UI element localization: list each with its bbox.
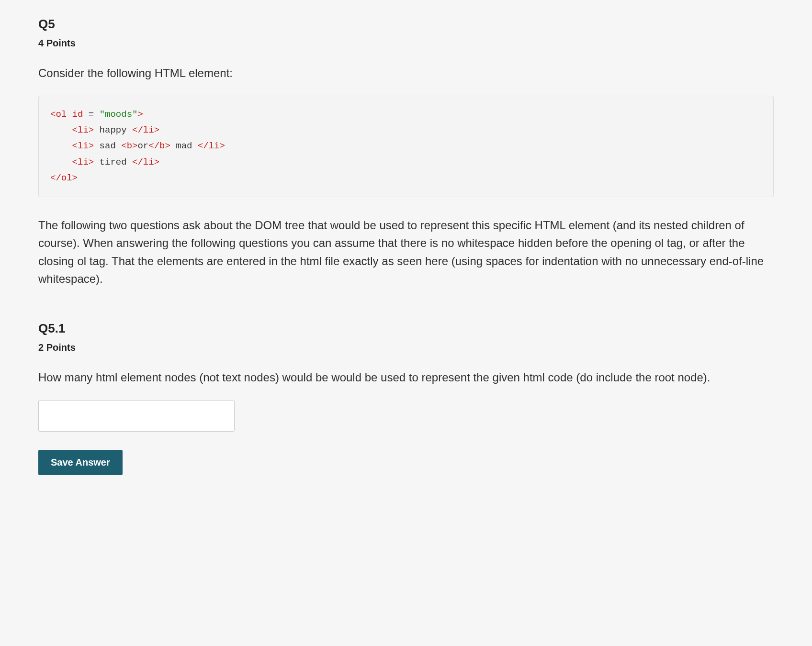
code-token: happy	[94, 125, 132, 135]
code-token: <li>	[72, 157, 94, 167]
subquestion-prompt: How many html element nodes (not text no…	[38, 368, 774, 387]
code-token: id	[67, 109, 83, 120]
code-token: </ol>	[50, 173, 78, 183]
question-header: Q5 4 Points	[38, 14, 774, 51]
code-token: tired	[94, 157, 132, 167]
subquestion-header: Q5.1 2 Points	[38, 319, 774, 355]
code-token: "moods"	[100, 109, 138, 120]
code-token: <b>	[121, 141, 137, 151]
code-token: sad	[94, 141, 121, 151]
question-number: Q5	[38, 14, 774, 34]
code-token: =	[83, 109, 99, 120]
code-token: <li>	[72, 125, 94, 135]
question-body: The following two questions ask about th…	[38, 216, 774, 288]
code-token	[50, 141, 72, 151]
code-token: </li>	[198, 141, 225, 151]
subquestion-number: Q5.1	[38, 319, 774, 339]
save-answer-button[interactable]: Save Answer	[38, 450, 123, 475]
code-block: <ol id = "moods"> <li> happy </li> <li> …	[38, 96, 774, 197]
code-token: </li>	[132, 157, 159, 167]
code-token	[50, 157, 72, 167]
code-token: <li>	[72, 141, 94, 151]
answer-input[interactable]	[38, 400, 235, 432]
code-token: >	[137, 109, 143, 120]
subquestion-points: 2 Points	[38, 340, 774, 355]
question-points: 4 Points	[38, 35, 774, 51]
code-token	[50, 125, 72, 135]
sub-question: Q5.1 2 Points How many html element node…	[38, 319, 774, 475]
code-token: </li>	[132, 125, 159, 135]
question-prompt: Consider the following HTML element:	[38, 64, 774, 82]
code-token: or	[137, 141, 148, 151]
code-token: <ol	[50, 109, 67, 120]
code-token: mad	[170, 141, 198, 151]
code-token: </b>	[148, 141, 170, 151]
